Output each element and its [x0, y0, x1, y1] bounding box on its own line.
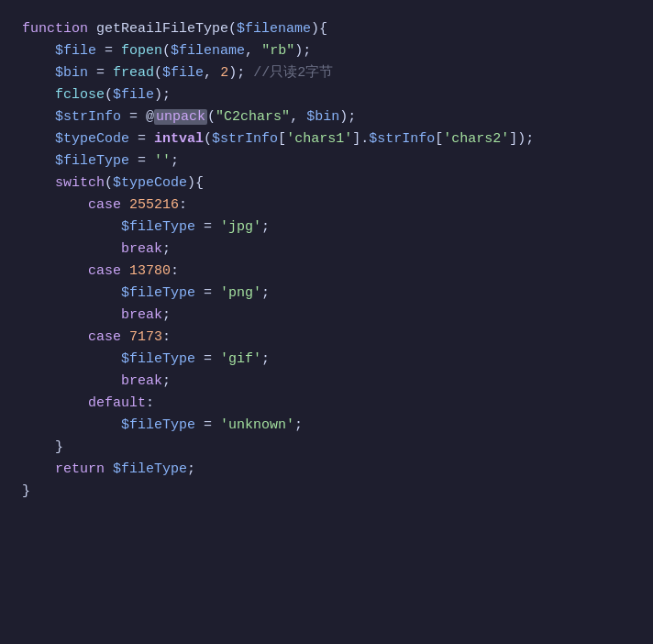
code-line-13: $fileType = 'png';: [22, 283, 635, 305]
code-line-9: case 255216:: [22, 194, 635, 217]
code-line-17: break;: [22, 371, 635, 393]
code-line-1: function getReailFileType($filename){: [22, 18, 635, 40]
code-line-4: fclose($file);: [22, 84, 635, 106]
code-line-22: }: [22, 481, 635, 503]
code-line-16: $fileType = 'gif';: [22, 349, 635, 371]
code-line-14: break;: [22, 305, 635, 327]
code-line-8: switch($typeCode){: [22, 172, 635, 194]
code-line-5: $strInfo = @unpack("C2chars", $bin);: [22, 106, 635, 128]
code-line-15: case 7173:: [22, 327, 635, 349]
code-line-3: $bin = fread($file, 2); //只读2字节: [22, 62, 635, 84]
code-line-12: case 13780:: [22, 261, 635, 283]
code-editor: function getReailFileType($filename){ $f…: [0, 0, 653, 644]
code-line-2: $file = fopen($filename, "rb");: [22, 40, 635, 62]
code-line-18: default:: [22, 393, 635, 415]
code-line-7: $fileType = '';: [22, 150, 635, 172]
code-line-11: break;: [22, 239, 635, 261]
code-line-20: }: [22, 437, 635, 459]
code-line-6: $typeCode = intval($strInfo['chars1'].$s…: [22, 128, 635, 150]
code-line-10: $fileType = 'jpg';: [22, 217, 635, 239]
code-line-19: $fileType = 'unknown';: [22, 415, 635, 437]
code-line-21: return $fileType;: [22, 459, 635, 481]
